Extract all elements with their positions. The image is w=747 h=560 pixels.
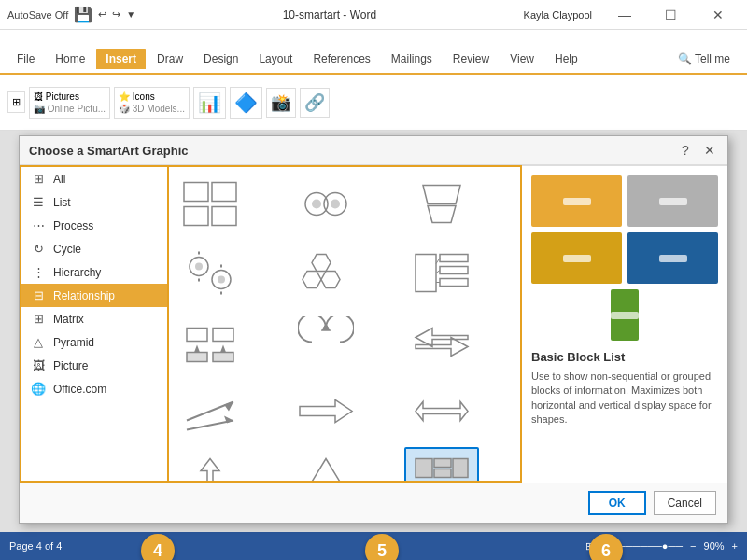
svg-marker-9 [428, 205, 456, 222]
graphic-svg-1 [182, 178, 238, 230]
category-all[interactable]: ⊞ All [21, 167, 167, 190]
tab-design[interactable]: Design [194, 49, 247, 69]
svg-marker-31 [220, 344, 226, 352]
svg-marker-43 [416, 401, 468, 420]
tab-view[interactable]: View [500, 49, 543, 69]
graphic-item-13[interactable] [173, 447, 247, 483]
preview-tile-green [611, 289, 639, 341]
statusbar-page: Page 4 of 4 [9, 540, 62, 552]
svg-rect-49 [434, 458, 451, 467]
preview-color-grid [531, 175, 718, 341]
3d-models-label[interactable]: 🎲 3D Models... [119, 104, 185, 114]
svg-point-6 [312, 199, 321, 208]
category-relationship[interactable]: ⊟ Relationship [21, 284, 167, 307]
tab-tell-me[interactable]: 🔍 Tell me [669, 49, 740, 69]
tab-insert[interactable]: Insert [96, 49, 146, 69]
graphic-svg-5 [298, 247, 354, 299]
graphic-item-9[interactable] [404, 309, 479, 374]
graphic-item-6[interactable] [404, 240, 479, 305]
graphic-svg-8 [298, 316, 354, 368]
smartart-button[interactable]: 🔷 [230, 87, 262, 119]
picture-icon: 🖼 [31, 358, 46, 372]
graphic-item-8[interactable] [289, 309, 363, 374]
minimize-button[interactable]: — [603, 2, 646, 28]
svg-marker-44 [201, 458, 219, 483]
graphic-item-7[interactable] [173, 309, 247, 374]
tab-layout[interactable]: Layout [249, 49, 302, 69]
table-icon[interactable]: ⊞ [12, 96, 21, 108]
category-list[interactable]: ☰ List [21, 190, 167, 214]
redo-icon[interactable]: ↪ [112, 8, 120, 21]
cancel-button[interactable]: Cancel [654, 491, 716, 515]
graphic-item-15[interactable] [404, 447, 479, 483]
preview-bar-4 [659, 255, 687, 262]
graphic-svg-2 [298, 178, 354, 230]
icons-label[interactable]: ⭐ Icons [119, 91, 185, 102]
pictures-label[interactable]: 🖼 Pictures [34, 91, 106, 102]
dropdown-icon[interactable]: ▼ [126, 9, 135, 20]
graphic-svg-7 [182, 316, 238, 368]
svg-marker-8 [423, 185, 460, 203]
titlebar: AutoSave Off 💾 ↩ ↪ ▼ 10-smartart - Word … [0, 0, 747, 30]
category-hierarchy[interactable]: ⋮ Hierarchy [21, 260, 167, 284]
preview-panel: Basic Block List Use to show non-sequent… [522, 165, 727, 483]
category-cycle[interactable]: ↻ Cycle [21, 237, 167, 260]
category-process[interactable]: ⋯ Process [21, 214, 167, 237]
svg-rect-50 [434, 469, 451, 477]
graphic-item-12[interactable] [404, 378, 479, 443]
svg-marker-42 [300, 399, 352, 422]
category-all-label: All [53, 173, 65, 186]
help-button[interactable]: ? [677, 142, 694, 159]
tab-references[interactable]: References [303, 49, 379, 69]
zoom-plus[interactable]: + [732, 540, 738, 552]
zoom-slider[interactable]: ──────●── [618, 540, 683, 552]
relationship-icon: ⊟ [31, 288, 46, 302]
maximize-button[interactable]: ☐ [650, 2, 693, 28]
tab-file[interactable]: File [7, 49, 44, 69]
graphic-item-3[interactable] [404, 171, 479, 236]
graphic-item-1[interactable] [173, 171, 247, 236]
undo-icon[interactable]: ↩ [98, 8, 106, 21]
graphic-item-11[interactable] [289, 378, 363, 443]
preview-tile-orange [531, 175, 622, 227]
preview-bar-1 [563, 198, 591, 205]
process-icon: ⋯ [31, 218, 46, 232]
graphic-item-2[interactable] [289, 171, 363, 236]
screenshot-button[interactable]: 📸 [266, 88, 296, 118]
graphic-svg-6 [414, 247, 470, 299]
svg-rect-53 [434, 482, 451, 483]
save-icon[interactable]: 💾 [74, 6, 92, 23]
svg-rect-22 [440, 254, 468, 261]
link-button[interactable]: 🔗 [300, 88, 330, 118]
graphic-item-10[interactable] [173, 378, 247, 443]
graphic-item-4[interactable] [173, 240, 247, 305]
zoom-minus[interactable]: − [690, 540, 696, 552]
chart-button[interactable]: 📊 [193, 87, 226, 119]
category-office[interactable]: 🌐 Office.com [21, 377, 167, 400]
svg-marker-36 [416, 328, 468, 346]
online-pictures-label[interactable]: 📷 Online Pictu... [34, 104, 106, 114]
dialog-close-button[interactable]: ✕ [701, 142, 718, 159]
tab-review[interactable]: Review [444, 49, 499, 69]
svg-rect-32 [187, 352, 207, 361]
graphic-item-5[interactable] [289, 240, 363, 305]
graphics-grid [173, 171, 516, 483]
tab-draw[interactable]: Draw [148, 49, 192, 69]
ok-button[interactable]: OK [588, 491, 646, 515]
tab-help[interactable]: Help [545, 49, 587, 69]
zoom-level: 90% [704, 540, 725, 552]
category-picture[interactable]: 🖼 Picture [21, 354, 167, 377]
tab-mailings[interactable]: Mailings [382, 49, 442, 69]
close-button[interactable]: ✕ [697, 2, 740, 28]
category-relationship-label: Relationship [53, 289, 115, 302]
dialog-body: ⊞ All ☰ List ⋯ Process ↻ Cycle ⋮ Hiera [20, 165, 727, 483]
graphic-item-14[interactable] [289, 447, 363, 483]
tab-home[interactable]: Home [46, 49, 94, 69]
svg-rect-2 [212, 182, 236, 201]
category-matrix[interactable]: ⊞ Matrix [21, 307, 167, 330]
titlebar-left: AutoSave Off 💾 ↩ ↪ ▼ [7, 6, 135, 23]
svg-rect-1 [184, 206, 208, 225]
category-pyramid[interactable]: △ Pyramid [21, 330, 167, 354]
svg-rect-33 [213, 352, 233, 361]
svg-marker-39 [224, 401, 233, 411]
